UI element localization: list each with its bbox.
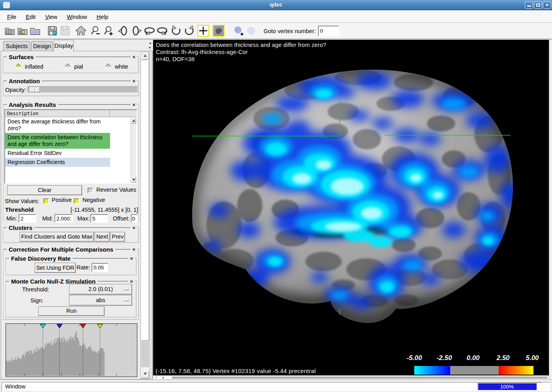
analysis-row-regression[interactable]: Regression Coefficients	[5, 158, 110, 167]
toolbar: Goto vertex number:	[0, 23, 552, 39]
tab-subjects[interactable]: Subjects	[3, 41, 30, 51]
analysis-listbox: Description Does the average thickness d…	[4, 109, 137, 184]
positive-checkbox[interactable]	[43, 198, 49, 204]
annotation-title: Annotation	[7, 78, 42, 84]
prev-cluster-button[interactable]: Prev	[110, 232, 125, 242]
open-data-table-icon[interactable]	[4, 25, 16, 37]
next-cluster-button[interactable]: Next	[95, 232, 110, 242]
rotate-cw-icon[interactable]	[183, 25, 195, 37]
open-surface-icon[interactable]	[29, 25, 41, 37]
find-clusters-button[interactable]: Find Clusters and Goto Max	[20, 232, 94, 242]
fdr-title: False Discovery Rate	[9, 255, 73, 262]
analysis-title: Analysis Results	[7, 101, 58, 108]
opacity-slider-thumb[interactable]	[30, 87, 40, 92]
rotate-down-icon[interactable]	[130, 25, 142, 37]
analysis-row-residual[interactable]: Residual Error StdDev	[5, 149, 110, 158]
radio-pial-label[interactable]: pial	[74, 63, 83, 70]
colorbar-positive	[499, 366, 533, 375]
zoom-out-icon[interactable]	[90, 25, 102, 37]
max-label: Max:	[77, 215, 90, 222]
title-bar[interactable]: qdec ×	[0, 0, 552, 10]
crosshair-tool-icon[interactable]	[197, 25, 209, 37]
maximize-button[interactable]	[534, 1, 542, 9]
reverse-values-checkbox[interactable]	[88, 188, 93, 193]
viewer-horizontal-scrollbar[interactable]: ×▲	[153, 375, 549, 380]
analysis-close-icon[interactable]: ×	[131, 102, 136, 108]
home-icon[interactable]	[75, 25, 87, 37]
fdr-close-icon[interactable]: ×	[128, 256, 134, 261]
mc-sign-dropdown[interactable]: abs	[69, 295, 132, 306]
surfaces-close-icon[interactable]: ×	[131, 54, 136, 60]
offset-input[interactable]	[131, 214, 138, 223]
tab-design[interactable]: Design	[31, 41, 53, 51]
radio-white-label[interactable]: white	[115, 63, 128, 70]
panel-scrollbar-thumb[interactable]	[141, 61, 149, 341]
mc-threshold-value: 2.0 (0.01)	[88, 286, 113, 292]
tab-display[interactable]: Display	[54, 40, 74, 52]
min-input[interactable]	[19, 214, 36, 223]
menu-edit[interactable]: Edit	[22, 13, 39, 21]
montecarlo-close-icon[interactable]: ×	[128, 278, 134, 284]
radio-inflated-label[interactable]: inflated	[25, 63, 43, 70]
clear-button[interactable]: Clear	[7, 185, 82, 195]
viewer-contrast-text: Contrast: lh-Avg-thickness-age-Cor	[156, 49, 248, 56]
panel-scrollbar[interactable]	[140, 52, 150, 379]
rotate-left-icon[interactable]	[144, 25, 155, 37]
clusters-close-icon[interactable]: ×	[131, 225, 136, 231]
save-data-icon[interactable]	[47, 25, 58, 37]
analysis-list-scrollbar[interactable]	[131, 118, 136, 183]
rotate-ccw-icon[interactable]	[170, 25, 182, 37]
brain-viewport[interactable]: Does the correlation between thickness a…	[153, 40, 549, 375]
run-simulation-button[interactable]: Run	[38, 306, 105, 316]
rotate-up-icon[interactable]	[118, 25, 129, 37]
open-annotation-icon[interactable]	[17, 25, 28, 37]
negative-checkbox[interactable]	[74, 198, 79, 204]
colorbar-label: -2.50	[437, 354, 452, 362]
goto-vertex-label: Goto vertex number:	[264, 28, 316, 34]
analysis-row-avg-thickness[interactable]: Does the average thickness differ from z…	[5, 117, 110, 133]
mid-input[interactable]	[54, 214, 73, 223]
reverse-values-label[interactable]: Reverse Values	[96, 187, 136, 193]
positive-label[interactable]: Positive	[52, 197, 72, 203]
minimize-button[interactable]	[525, 1, 533, 9]
zoom-in-icon[interactable]	[103, 25, 115, 37]
save-screenshot-disabled-icon	[59, 25, 71, 37]
opacity-slider[interactable]	[28, 86, 138, 93]
rate-input[interactable]	[92, 263, 108, 272]
status-message: Window	[2, 382, 550, 391]
colorbar-label: 5.00	[526, 354, 539, 362]
menu-window[interactable]: Window	[63, 13, 91, 21]
mc-threshold-label: Threshold:	[22, 286, 49, 293]
mc-sign-value: abs	[96, 297, 105, 303]
analysis-list-header[interactable]: Description	[5, 110, 137, 117]
goto-vertex-input[interactable]	[318, 26, 339, 36]
menu-view[interactable]: View	[41, 13, 61, 21]
rotate-right-icon[interactable]	[156, 25, 168, 37]
montecarlo-title: Monte Carlo Null-Z Simulation	[9, 278, 97, 285]
max-input[interactable]	[90, 214, 108, 223]
offset-label: Offset:	[113, 215, 129, 222]
dropdown-indicator-icon	[123, 300, 129, 301]
vertex-status-text: (-15.16, 7.58, 48.75) Vertex #102319 val…	[155, 368, 316, 375]
correction-close-icon[interactable]: ×	[131, 246, 136, 252]
close-button[interactable]: ×	[543, 1, 551, 9]
menu-help[interactable]: Help	[93, 13, 112, 21]
set-using-fdr-button[interactable]: Set Using FDR	[35, 263, 76, 273]
annotation-close-icon[interactable]: ×	[131, 78, 136, 84]
brain-surface-render[interactable]	[153, 40, 549, 375]
brain-select-tool-icon[interactable]	[213, 25, 225, 37]
menu-file[interactable]: File	[3, 13, 20, 21]
histogram-plot[interactable]	[6, 324, 137, 377]
dropdown-indicator-icon	[123, 289, 129, 290]
negative-label[interactable]: Negative	[82, 197, 105, 203]
mc-threshold-dropdown[interactable]: 2.0 (0.01)	[69, 284, 132, 295]
colorbar-label: 0.00	[466, 354, 479, 362]
analysis-row-correlation[interactable]: Does the correlation between thickness a…	[5, 133, 110, 149]
add-marker-icon[interactable]	[232, 25, 244, 37]
threshold-histogram[interactable]	[6, 323, 137, 377]
tab-scroll-right-icon[interactable]: ▸	[149, 46, 151, 49]
menu-bar: File Edit View Window Help	[0, 11, 552, 23]
status-bar: Window 100%	[0, 380, 552, 392]
viewer-vertical-scrollbar[interactable]	[549, 40, 552, 380]
tab-scroll-left-icon[interactable]: ◂	[149, 41, 151, 45]
